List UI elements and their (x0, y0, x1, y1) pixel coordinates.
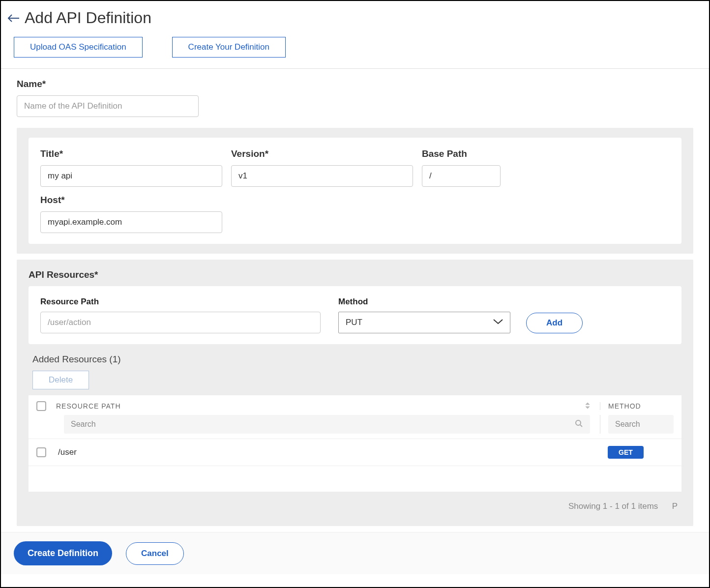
method-search-input[interactable] (608, 415, 674, 434)
added-resources-title: Added Resources (1) (32, 354, 681, 365)
basepath-input[interactable] (422, 165, 501, 187)
resource-path-search-input[interactable] (64, 415, 590, 434)
name-input[interactable] (17, 95, 199, 117)
add-resource-button[interactable]: Add (526, 313, 583, 333)
search-icon (575, 419, 583, 429)
cancel-button[interactable]: Cancel (126, 542, 184, 565)
host-label: Host* (40, 195, 222, 206)
svg-point-0 (576, 420, 581, 425)
method-select[interactable]: PUT (338, 312, 510, 333)
method-column-header: METHOD (608, 402, 641, 410)
sort-icon[interactable] (585, 402, 590, 411)
table-row: /user GET (29, 439, 681, 466)
create-definition-tab-button[interactable]: Create Your Definition (172, 37, 286, 58)
row-checkbox[interactable] (36, 447, 46, 457)
version-label: Version* (231, 148, 413, 159)
resource-path-column-header: RESOURCE PATH (56, 402, 121, 410)
resource-path-input[interactable] (40, 312, 321, 333)
title-label: Title* (40, 148, 222, 159)
title-input[interactable] (40, 165, 222, 187)
version-input[interactable] (231, 165, 413, 187)
basepath-label: Base Path (422, 148, 501, 159)
upload-oas-button[interactable]: Upload OAS Specification (14, 37, 143, 58)
method-badge: GET (608, 446, 644, 459)
method-label: Method (338, 297, 510, 307)
resource-path-label: Resource Path (40, 297, 321, 307)
select-all-checkbox[interactable] (36, 401, 46, 411)
name-label: Name* (17, 79, 693, 89)
api-resources-title: API Resources* (29, 269, 681, 280)
page-title: Add API Definition (25, 9, 151, 27)
create-definition-button[interactable]: Create Definition (14, 541, 112, 565)
table-footer-text: Showing 1 - 1 of 1 items (568, 501, 658, 511)
back-arrow-icon[interactable] (7, 11, 21, 25)
host-input[interactable] (40, 211, 222, 233)
page-label-fragment: P (672, 501, 678, 511)
row-path-cell: /user (56, 447, 600, 457)
delete-button[interactable]: Delete (32, 371, 89, 389)
